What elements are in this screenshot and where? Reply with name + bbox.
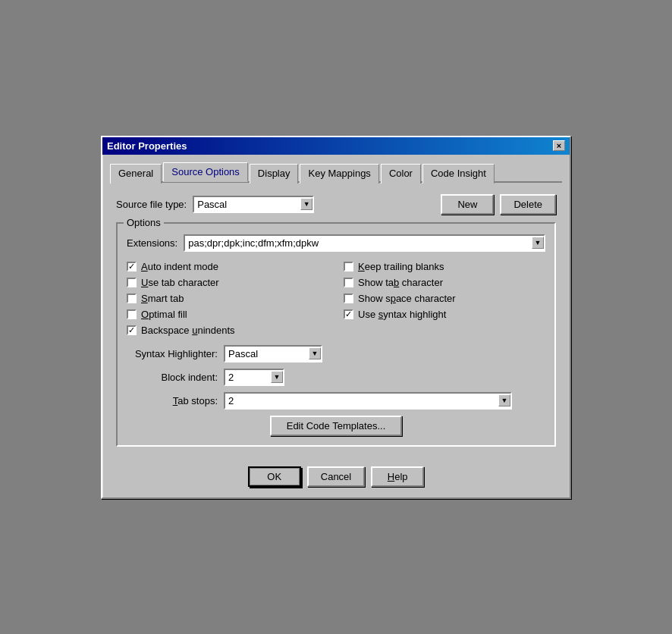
tab-stops-label: Tab stops: (127, 395, 218, 406)
options-group-box: Options Extensions: ▼ Auto indent mode (116, 222, 556, 447)
smart-tab-checkbox[interactable] (127, 293, 137, 303)
editor-properties-dialog: Editor Properties × General Source Optio… (101, 136, 571, 499)
dialog-body: General Source Options Display Key Mappi… (102, 155, 570, 497)
use-tab-checkbox[interactable] (127, 278, 137, 287)
close-button[interactable]: × (553, 140, 565, 151)
checkbox-optimal-fill: Optimal fill (127, 309, 328, 320)
block-indent-select[interactable]: 1 2 3 4 (224, 369, 284, 386)
block-indent-row: Block indent: 1 2 3 4 ▼ (127, 369, 545, 386)
syntax-highlighter-select-wrapper: Pascal C++ HTML None ▼ (224, 345, 322, 363)
checkbox-show-space: Show space character (344, 293, 545, 304)
edit-code-templates-button[interactable]: Edit Code Templates... (270, 416, 403, 436)
extensions-row: Extensions: ▼ (127, 234, 545, 252)
new-button[interactable]: New (441, 194, 494, 215)
tab-display[interactable]: Display (250, 164, 299, 184)
title-bar: Editor Properties × (102, 137, 570, 155)
edit-code-templates-wrapper: Edit Code Templates... (127, 416, 545, 436)
keep-trailing-checkbox[interactable] (344, 262, 353, 271)
ok-button[interactable]: OK (248, 466, 301, 487)
backspace-unindents-checkbox[interactable] (127, 325, 137, 335)
checkbox-smart-tab: Smart tab (127, 293, 328, 304)
source-file-type-label: Source file type: (116, 199, 187, 210)
syntax-highlighter-row: Syntax Highlighter: Pascal C++ HTML None… (127, 345, 545, 363)
auto-indent-checkbox[interactable] (127, 262, 137, 271)
help-button[interactable]: Help (371, 466, 424, 487)
checkboxes-grid: Auto indent mode Keep trailing blanks Us… (127, 261, 545, 336)
block-indent-select-wrapper: 1 2 3 4 ▼ (224, 369, 284, 386)
show-tab-checkbox[interactable] (344, 278, 353, 287)
delete-button[interactable]: Delete (500, 194, 556, 215)
block-indent-label: Block indent: (127, 372, 218, 383)
checkbox-use-tab: Use tab character (127, 277, 328, 288)
tab-color[interactable]: Color (381, 164, 421, 184)
source-file-type-select[interactable]: Pascal C++ HTML Other (193, 196, 314, 213)
tab-key-mappings[interactable]: Key Mappings (300, 164, 378, 184)
tab-code-insight[interactable]: Code Insight (422, 164, 495, 184)
show-space-checkbox[interactable] (344, 293, 353, 303)
tab-source-options[interactable]: Source Options (163, 162, 248, 182)
checkbox-keep-trailing: Keep trailing blanks (344, 261, 545, 272)
cancel-button[interactable]: Cancel (307, 466, 365, 487)
syntax-highlighter-select[interactable]: Pascal C++ HTML None (224, 345, 322, 363)
use-syntax-checkbox[interactable] (344, 309, 353, 319)
tab-general[interactable]: General (110, 164, 162, 184)
extensions-input[interactable] (184, 234, 545, 252)
tab-bar: General Source Options Display Key Mappi… (110, 162, 562, 183)
checkbox-use-syntax: Use syntax highlight (344, 309, 545, 320)
tab-stops-row: Tab stops: ▼ (127, 392, 545, 410)
source-file-type-row: Source file type: Pascal C++ HTML Other … (116, 194, 556, 215)
optimal-fill-checkbox[interactable] (127, 309, 137, 319)
tab-stops-input[interactable] (224, 392, 512, 410)
title-bar-buttons: × (553, 140, 565, 151)
dialog-title: Editor Properties (107, 140, 187, 152)
checkbox-backspace-unindents: Backspace unindents (127, 325, 328, 336)
extensions-label: Extensions: (127, 237, 177, 249)
tab-stops-input-wrapper: ▼ (224, 392, 512, 410)
checkbox-show-tab: Show tab character (344, 277, 545, 288)
checkbox-auto-indent: Auto indent mode (127, 261, 328, 272)
options-group-label: Options (124, 217, 164, 228)
bottom-buttons: OK Cancel Help (110, 460, 562, 490)
source-options-content: Source file type: Pascal C++ HTML Other … (110, 188, 562, 460)
extensions-input-wrapper: ▼ (184, 234, 545, 252)
syntax-highlighter-label: Syntax Highlighter: (127, 348, 218, 359)
source-file-type-select-wrapper: Pascal C++ HTML Other ▼ (193, 196, 314, 213)
